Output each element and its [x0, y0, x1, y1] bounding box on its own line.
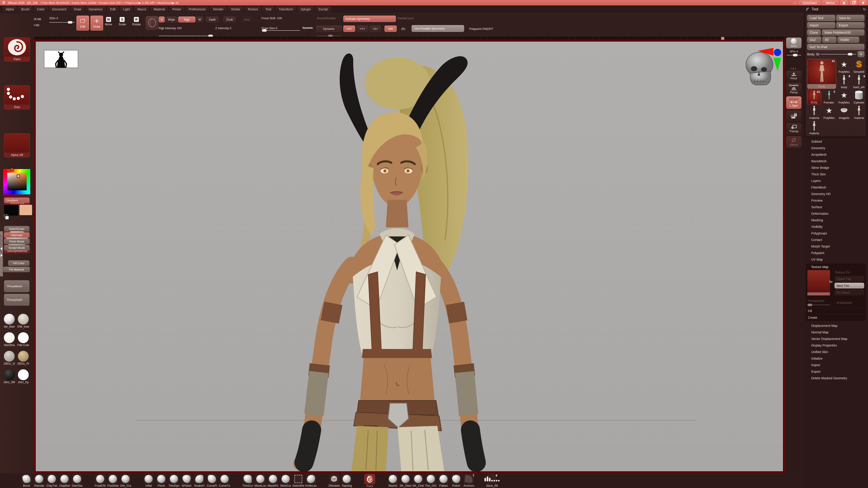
section-display-properties[interactable]: Display Properties — [805, 342, 866, 349]
brush-curveflat[interactable]: CurveFl — [206, 474, 218, 487]
transp-button[interactable]: Transp — [786, 123, 802, 135]
brush-freddst[interactable]: FredDSt — [95, 474, 106, 487]
import-button[interactable]: Import — [807, 22, 835, 28]
menus-button[interactable]: Menus — [823, 1, 838, 5]
gradient-button[interactable]: Gradient — [4, 198, 29, 203]
tool-item-material3[interactable]: materia — [807, 121, 821, 135]
document-canvas[interactable] — [36, 41, 783, 471]
section-polygroups[interactable]: Polygroups — [805, 230, 866, 236]
antialiased-toggle[interactable]: Antialiased — [836, 301, 852, 304]
section-slime-bridge[interactable]: Slime Bridge — [805, 164, 866, 171]
brush-maskpen[interactable]: MaskPe — [267, 474, 279, 487]
tool-item-imageto[interactable]: imageto — [837, 105, 851, 120]
texture-map-title[interactable]: Texture Map — [807, 265, 864, 269]
menu-render[interactable]: Render — [210, 6, 226, 12]
section-initialize[interactable]: Initialize — [805, 355, 866, 362]
section-arraymesh[interactable]: ArrayMesh — [805, 151, 866, 158]
brush-curvetube[interactable]: CurveTu — [219, 474, 230, 487]
current-stroke-tile[interactable]: Dots — [4, 86, 30, 109]
section-fibermesh[interactable]: FiberMesh — [805, 184, 866, 191]
goz-visible-button[interactable]: Visible — [837, 37, 859, 43]
material-zbgs_pr[interactable]: ZBGs_Pr — [17, 351, 30, 365]
texture-create-section[interactable]: Create — [807, 316, 864, 319]
dock-window-button[interactable] — [840, 0, 848, 5]
persp-button[interactable]: Dynamic Persp — [786, 83, 802, 95]
material-flat-color[interactable]: Flat Colo — [17, 332, 30, 347]
brush-damstandard[interactable]: DamSta — [71, 474, 83, 487]
sym-m-button[interactable]: >M< — [384, 26, 397, 32]
section-surface[interactable]: Surface — [805, 204, 866, 210]
material-zbro_sill[interactable]: zbro_Sill — [3, 369, 16, 384]
brush-trimdynamic[interactable]: TrimDyn — [168, 474, 180, 487]
clone-txtr-button[interactable]: Clone Txtr — [835, 276, 864, 282]
current-tool-tile[interactable]: 41 Body — [807, 59, 836, 89]
current-alpha-tile[interactable]: Alpha Off — [4, 133, 30, 157]
axis-z-dot[interactable] — [774, 49, 781, 56]
section-unified-skin[interactable]: Unified Skin — [805, 349, 866, 355]
brush-hpolish[interactable]: hPolish — [181, 474, 192, 487]
brush-snakehook[interactable]: SnakeH — [194, 474, 205, 487]
menu-edit[interactable]: Edit — [107, 6, 119, 12]
brush-trimcurve[interactable]: TrimCur — [242, 474, 253, 487]
menu-light[interactable]: Light — [120, 6, 133, 12]
tray-divider-handle[interactable] — [0, 231, 3, 276]
menu-document[interactable]: Document — [49, 6, 69, 12]
material-skinsha[interactable]: SkinSha — [3, 332, 16, 347]
brush-sk-slash[interactable]: SK_Slasl — [400, 474, 411, 487]
restore-config-icon[interactable]: ↻ — [863, 7, 866, 12]
brush-slicecurve[interactable]: SliceCur — [280, 474, 291, 487]
rgb-button[interactable]: Rgb — [178, 17, 195, 22]
brush-inflate[interactable]: Inflat — [143, 474, 154, 487]
tool-item-cylinder[interactable]: Cylinder — [852, 90, 866, 104]
tool-item-body[interactable]: 9body — [837, 74, 851, 89]
section-preview[interactable]: Preview — [805, 197, 866, 204]
zsub-button[interactable]: Zsub — [223, 17, 236, 22]
brush-anchors[interactable]: 7Anchors — [463, 474, 474, 487]
zcut-button[interactable]: Zcut — [242, 17, 252, 22]
menu-texture[interactable]: Texture — [245, 6, 261, 12]
document-scrub-strip[interactable] — [34, 37, 785, 40]
section-nanomesh[interactable]: NanoMesh — [805, 158, 866, 164]
switch-colors-icon[interactable] — [3, 214, 9, 220]
camera-lock-button[interactable] — [786, 110, 802, 122]
transparent-slider[interactable] — [807, 303, 830, 306]
paint-mode-button[interactable]: Paint Mode — [4, 239, 29, 244]
texture-thumbnail[interactable]: Te: — [807, 270, 830, 292]
texture-on-toggle[interactable]: Texture On — [835, 270, 864, 274]
switchcolor-button[interactable]: SwitchColor — [4, 226, 29, 231]
close-window-button[interactable] — [859, 0, 867, 5]
draw-button[interactable]: Draw — [90, 15, 103, 31]
sdiv-slider[interactable] — [49, 21, 74, 24]
section-vector-displacement-map[interactable]: Vector Displacement Map — [805, 335, 866, 342]
color-a-button[interactable]: A — [159, 17, 165, 22]
section-polypaint[interactable]: Polypaint — [805, 250, 866, 256]
menu-color[interactable]: Color — [34, 6, 47, 12]
tool-name-slider[interactable]: Body. 50 R — [807, 51, 864, 57]
tool-item-polymesh[interactable]: ★PolyMes — [837, 59, 851, 73]
make-polymesh3d-button[interactable]: Make PolyMesh3D — [822, 29, 864, 35]
fill-color-button[interactable]: Fill Color — [8, 260, 29, 266]
character-model[interactable] — [293, 54, 486, 471]
section-masking[interactable]: Masking — [805, 217, 866, 223]
tpose-subt-button[interactable]: TPose|SubT — [4, 294, 29, 305]
edit-button[interactable]: Edit — [76, 15, 89, 31]
menu-zplugin[interactable]: Zplugin — [298, 6, 314, 12]
brush-zmodeler[interactable]: ZModele — [329, 474, 340, 487]
brush-standard[interactable]: Standar — [33, 474, 45, 487]
current-brush-tile[interactable]: Paint — [4, 37, 30, 62]
material-zbgs_g[interactable]: ZBGs_G — [3, 351, 16, 365]
floor-axes[interactable]: xyz — [785, 67, 803, 70]
fill-material-button[interactable]: Fill Material — [3, 267, 30, 272]
sym-x-button[interactable]: >X< — [343, 26, 355, 32]
document-thumbnail[interactable] — [44, 50, 78, 68]
goz-to-ipad-button[interactable]: GoZ To iPad — [807, 44, 864, 50]
bpr-button[interactable]: BPR — [786, 37, 802, 48]
tool-item-bard[interactable]: 9bard_wh — [852, 74, 866, 89]
polypaint-onoff-button[interactable]: Polypaint ON|OFF — [466, 26, 496, 32]
section-export[interactable]: Export — [805, 368, 866, 375]
material-dw_wax[interactable]: DW_wax — [17, 314, 30, 328]
brush-claytubes[interactable]: ClayTub — [46, 474, 57, 487]
save-as-button[interactable]: Save As — [836, 15, 864, 21]
menu-tool[interactable]: Tool — [262, 6, 274, 12]
brush-the-gic[interactable]: The_GIC — [425, 474, 436, 487]
